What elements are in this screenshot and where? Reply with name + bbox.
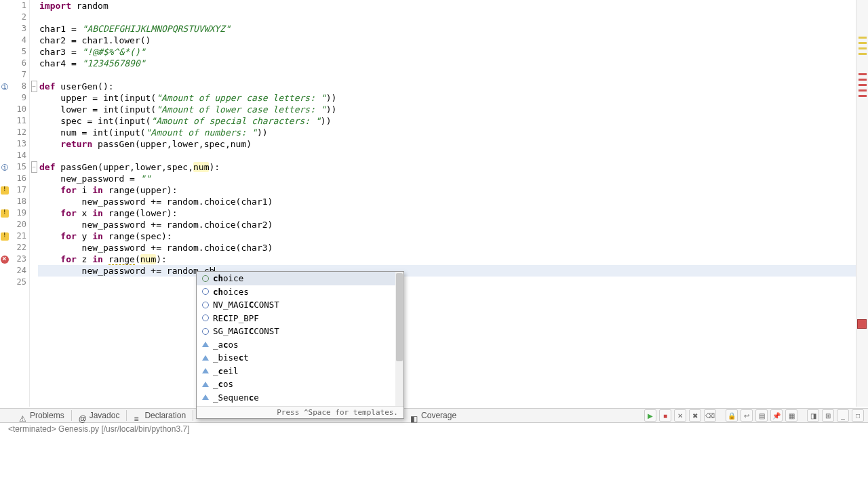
line-number: 1 [9,0,26,12]
autocomplete-label: _bisect [213,351,249,365]
error-icon[interactable] [1,256,9,264]
overview-ruler[interactable] [856,0,868,407]
remove-all-button[interactable]: ✖ [689,409,701,422]
code-line[interactable]: char3 = "!@#$%^&*()" [38,46,856,58]
ruler-mark[interactable] [859,73,867,75]
gutter-icons: ii [0,0,9,407]
ruler-mark[interactable] [859,84,867,86]
autocomplete-item[interactable]: NV_MAGICCONST [197,298,403,312]
code-line[interactable] [38,69,856,81]
field-icon [202,288,209,295]
autocomplete-popup: choicechoicesNV_MAGICCONSTRECIP_BPFSG_MA… [196,271,404,419]
line-number: 25 [9,277,26,288]
display-button[interactable]: ▦ [785,409,797,422]
autocomplete-label: _cos [213,378,233,391]
info-icon[interactable]: i [1,83,8,90]
code-line[interactable]: new_password += random.ch [38,265,856,277]
autocomplete-item[interactable]: _acos [197,338,403,352]
code-line[interactable]: def passGen(upper,lower,spec,num): [38,161,856,173]
code-line[interactable]: char2 = char1.lower() [38,35,856,46]
tab-problems[interactable]: ⚠Problems [0,408,71,423]
autocomplete-item[interactable]: SG_MAGICCONST [197,325,403,338]
autocomplete-label: RECIP_BPF [213,312,259,325]
info-icon[interactable]: i [1,164,8,171]
fold-gutter: –– [30,0,38,407]
code-area[interactable]: import randomchar1 = "ABCDEFGHIJKLMNOPQR… [38,0,856,407]
code-line[interactable]: new_password = "" [38,173,856,184]
code-line[interactable]: for x in range(lower): [38,207,856,219]
line-number: 19 [9,207,26,219]
stop-button[interactable]: ■ [659,409,671,422]
ruler-mark[interactable] [859,89,867,92]
tab-declaration[interactable]: ≡Declaration [127,408,193,423]
ruler-mark[interactable] [859,79,867,81]
code-line[interactable]: for z in range(num): [38,253,856,265]
warning-icon[interactable] [1,232,9,241]
autocomplete-item[interactable]: choice [197,272,403,285]
ruler-mark[interactable] [859,37,867,39]
remove-launch-button[interactable]: ✕ [674,409,686,422]
ruler-mark[interactable] [859,42,867,44]
code-line[interactable]: return passGen(upper,lower,spec,num) [38,138,856,150]
open-console-button[interactable]: ◨ [807,409,819,422]
new-console-button[interactable]: ⊞ [822,409,834,422]
code-line[interactable]: char4 = "1234567890" [38,58,856,69]
code-line[interactable]: char1 = "ABCDEFGHIJKLMNOPQRSTUVWXYZ" [38,23,856,35]
warning-icon[interactable] [1,209,9,218]
code-line[interactable]: num = int(input("Amount of numbers: ")) [38,127,856,138]
code-line[interactable]: new_password += random.choice(char2) [38,219,856,230]
autocomplete-item[interactable]: _ceil [197,365,403,378]
variable-icon [202,342,209,347]
variable-icon [202,382,209,387]
code-line[interactable]: lower = int(input("Amount of lower case … [38,104,856,115]
rerun-button[interactable]: ▶ [644,409,656,422]
autocomplete-item[interactable]: RECIP_BPF [197,312,403,325]
ruler-mark[interactable] [859,47,867,49]
warning-icon[interactable] [1,186,9,195]
fold-toggle[interactable]: – [31,81,37,92]
line-number: 23 [9,253,26,265]
ruler-mark[interactable] [859,53,867,55]
line-number: 21 [9,230,26,242]
code-line[interactable] [38,277,856,288]
tab-coverage[interactable]: ◧Coverage [403,408,463,423]
pin-console-button[interactable]: 📌 [770,409,783,422]
scrollbar-thumb[interactable] [396,273,403,361]
code-line[interactable]: import random [38,0,856,12]
autocomplete-item[interactable]: choices [197,285,403,299]
fold-toggle[interactable]: – [31,161,37,173]
code-line[interactable] [38,12,856,23]
code-line[interactable]: spec = int(input("Amount of special char… [38,115,856,127]
autocomplete-item[interactable]: _cos [197,378,403,391]
code-line[interactable]: def userGen(): [38,81,856,92]
line-number: 3 [9,23,26,35]
show-console-button[interactable]: ▤ [755,409,768,422]
word-wrap-button[interactable]: ↩ [741,409,753,422]
code-line[interactable]: for i in range(upper): [38,184,856,196]
tab-javadoc[interactable]: @Javadoc [72,408,127,423]
autocomplete-item[interactable]: _bisect [197,351,403,365]
scroll-lock-button[interactable]: 🔒 [726,409,738,422]
autocomplete-list[interactable]: choicechoicesNV_MAGICCONSTRECIP_BPFSG_MA… [197,272,403,406]
autocomplete-label: _dict [213,404,239,406]
autocomplete-scrollbar[interactable] [395,272,403,406]
maximize-button[interactable]: □ [852,409,864,422]
autocomplete-item[interactable]: _Sequence [197,391,403,405]
autocomplete-footer: Press ^Space for templates. [197,406,403,418]
clear-button[interactable]: ⌫ [704,409,716,422]
line-number: 24 [9,265,26,277]
code-line[interactable]: new_password += random.choice(char1) [38,196,856,207]
code-line[interactable] [38,150,856,161]
code-line[interactable]: for y in range(spec): [38,230,856,242]
console-status: <terminated> Genesis.py [/usr/local/bin/… [8,424,190,434]
ruler-mark[interactable] [859,95,867,97]
error-indicator[interactable] [857,319,867,329]
variable-icon [202,394,209,400]
line-number: 20 [9,219,26,230]
code-line[interactable]: new_password += random.choice(char3) [38,242,856,253]
autocomplete-item[interactable]: _dict [197,404,403,406]
minimize-button[interactable]: _ [837,409,849,422]
tab-label: Javadoc [90,408,120,423]
tab-label: Declaration [144,408,186,423]
code-line[interactable]: upper = int(input("Amount of upper case … [38,92,856,104]
